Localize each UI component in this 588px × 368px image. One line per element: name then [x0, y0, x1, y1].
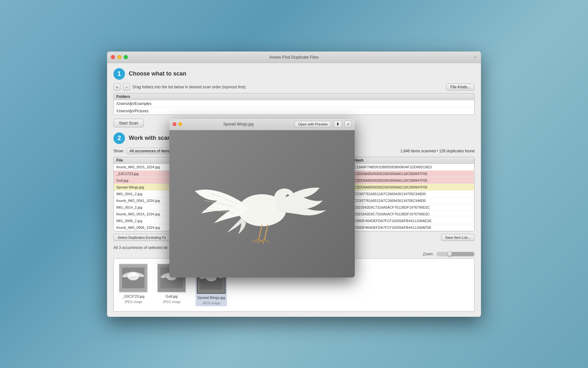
maximize-button[interactable] — [124, 55, 128, 59]
close-button[interactable] — [111, 55, 115, 59]
cell-name: IMG_0041_2.jpg — [114, 191, 178, 197]
col-file: File — [114, 157, 178, 164]
fullscreen-icon[interactable]: ⤢ — [473, 54, 477, 60]
col-hash: Hash — [352, 157, 474, 164]
expand-button[interactable]: ⤢ — [344, 121, 352, 128]
thumbnail-name: Spread Wings.jpg — [197, 296, 225, 300]
cell-hash: CC93776166512A7C2669426134705C948D0 — [352, 191, 474, 197]
cell-name: Spread Wings.jpg — [114, 184, 178, 190]
folder-item[interactable]: /Users/djn/Pictures — [114, 108, 474, 115]
cell-hash: D323342E9C7316A5ACF7612BDF1976799D2C — [352, 204, 474, 211]
select-duplicates-button[interactable]: Select Duplicates Excluding Fir — [113, 234, 170, 241]
cell-hash: D323342E9C7316A5ACF7612BDF1976799D2C — [352, 211, 474, 217]
thumbnail-image — [119, 264, 148, 292]
drag-instruction: Drag folders into the list below in desi… — [133, 85, 246, 89]
seagull-thumbnail-icon — [122, 268, 144, 288]
preview-traffic-lights — [173, 122, 182, 126]
preview-popup: Spread Wings.jpg Open with Preview ⬆ ⤢ — [169, 119, 355, 277]
thumbnail-type: JPEG image — [163, 300, 181, 304]
cell-hash: D39DF464DEFDA7FCF18205AFB4411106AEDE — [352, 218, 474, 224]
cell-hash: CC93776166512A7C2669426134705C948D0 — [352, 197, 474, 204]
preview-minimize-button[interactable] — [178, 122, 182, 126]
open-with-preview-button[interactable]: Open with Preview — [295, 121, 331, 127]
cell-name: IMG_0006_2.jpg — [114, 218, 178, 224]
section1-title: Choose what to scan — [129, 70, 186, 77]
thumbnail-name: Gull.jpg — [166, 294, 177, 298]
preview-close-button[interactable] — [173, 122, 176, 126]
cell-name: thumb_IMG_0014_1024.jpg — [114, 211, 178, 217]
folder-toolbar: + − Drag folders into the list below in … — [113, 84, 475, 91]
main-window: Araxis Find Duplicate Files ⤢ 1 Choose w… — [107, 52, 481, 317]
cell-hash: D30DF464DEFDA7FCF18205AFB4411106AFDE — [352, 224, 474, 231]
window-title: Araxis Find Duplicate Files — [269, 55, 319, 60]
cell-hash: C3DD8A85050DED60305A66118C690947F05 — [352, 184, 474, 190]
zoom-label: Zoom: — [423, 252, 434, 256]
cell-name: Gull.jpg — [114, 177, 178, 184]
zoom-slider[interactable] — [436, 252, 475, 256]
start-scan-button[interactable]: Start Scan — [113, 119, 144, 127]
folder-list: Folders /Users/djn/Examples /Users/djn/P… — [113, 93, 475, 115]
cell-name: thumb_IMG_0041_1024.jpg — [114, 197, 178, 204]
svg-line-23 — [265, 225, 268, 239]
folders-header: Folders — [114, 93, 474, 100]
scan-stats: 1,846 items scanned • 126 duplicates fou… — [400, 149, 475, 153]
cell-name: thumb_IMG_0006_1024.jpg — [114, 224, 178, 231]
cell-name: IMG_0014_2.jpg — [114, 204, 178, 211]
minimize-button[interactable] — [117, 55, 121, 59]
cell-name: thumb_IMG_0015_1024.jpg — [114, 164, 178, 170]
preview-titlebar: Spread Wings.jpg Open with Preview ⬆ ⤢ — [169, 119, 355, 130]
seagull-large-icon — [185, 137, 339, 271]
add-folder-button[interactable]: + — [113, 84, 120, 91]
preview-title: Spread Wings.jpg — [223, 122, 254, 126]
step2-badge: 2 — [113, 132, 125, 144]
show-label: Show: — [113, 149, 124, 153]
svg-point-4 — [132, 273, 135, 276]
zoom-thumb — [447, 252, 452, 257]
thumbnail-name: _S3C3723.jpg — [122, 294, 144, 298]
svg-line-22 — [259, 225, 262, 239]
svg-line-29 — [265, 239, 269, 243]
thumbnail-type: JPEG image — [202, 301, 220, 305]
thumbnail-type: JPEG image — [124, 300, 142, 304]
share-button[interactable]: ⬆ — [334, 121, 342, 128]
cell-hash: C3DD8A85050DED60305A66118C690947F05 — [352, 171, 474, 177]
step1-badge: 1 — [113, 68, 125, 80]
cell-hash: C19A8F7ABD91DB8550DB00604F1DD68D19ED — [352, 164, 474, 170]
show-dropdown[interactable]: All occurrences of items — [127, 148, 173, 154]
cell-name: _S3C3723.jpg — [114, 171, 178, 177]
svg-point-21 — [287, 195, 288, 196]
remove-folder-button[interactable]: − — [123, 84, 130, 91]
preview-image — [169, 130, 355, 277]
titlebar: Araxis Find Duplicate Files ⤢ — [107, 52, 481, 63]
cell-hash: C3DD8A85050DED60305A66118C690947F05 — [352, 177, 474, 184]
save-list-button[interactable]: Save Item List... — [441, 234, 475, 241]
traffic-lights — [111, 55, 128, 59]
file-kinds-button[interactable]: File Kinds... — [446, 84, 475, 91]
section1-header: 1 Choose what to scan — [113, 68, 475, 80]
thumbnail-item[interactable]: _S3C3723.jpg JPEG image — [119, 264, 148, 304]
folder-item[interactable]: /Users/djn/Examples — [114, 100, 474, 108]
